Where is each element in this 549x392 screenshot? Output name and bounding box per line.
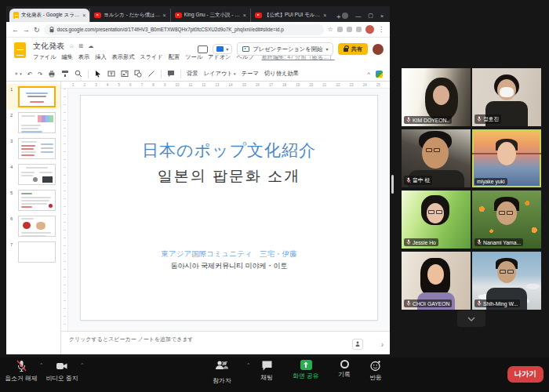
slide-thumbnail-6[interactable]: 6 (6, 213, 60, 239)
chat-button[interactable]: 채팅 (253, 360, 281, 382)
menu-insert[interactable]: 挿入 (95, 53, 106, 61)
insert-shape-icon[interactable] (134, 70, 142, 78)
insert-image-icon[interactable] (121, 70, 129, 78)
minimize-button[interactable]: — (355, 13, 361, 19)
reactions-smiley-icon (370, 360, 381, 372)
participant-tile-shih-ming[interactable]: Shih-Ming W... (472, 252, 541, 310)
accessibility-button[interactable] (352, 339, 363, 350)
close-window-button[interactable]: × (380, 13, 384, 19)
caret-down-icon: ▾ (234, 71, 236, 76)
print-icon[interactable] (48, 70, 56, 78)
menu-format[interactable]: 表示形式 (112, 53, 135, 61)
move-folder-icon[interactable]: ⊞ (78, 43, 83, 49)
tab-search-icon[interactable] (342, 13, 348, 19)
zoom-icon[interactable] (75, 70, 82, 78)
stop-video-button[interactable]: 비디오 중지 ^ (44, 360, 80, 383)
tab-youtube-1[interactable]: ヨルシカ - だから僕は音楽を辞めた… × (89, 9, 169, 22)
participant-tile-miyake-yuki-active-speaker[interactable]: miyake yuki (472, 129, 541, 187)
slide-thumbnail-1[interactable]: 1 (6, 84, 60, 110)
start-presentation-button[interactable]: プレゼンテーションを開始 ▾ (237, 42, 333, 56)
horizontal-ruler: 1234567891011121314151617181920212223242… (61, 82, 390, 89)
star-document-icon[interactable]: ☆ (69, 43, 74, 49)
reload-icon[interactable]: ↻ (34, 26, 40, 34)
expand-chevron-icon[interactable]: › (381, 340, 384, 349)
more-participants-button[interactable] (457, 310, 485, 327)
menu-edit[interactable]: 編集 (61, 53, 72, 61)
reactions-button[interactable]: 반응 (362, 360, 389, 382)
select-cursor-icon[interactable] (94, 70, 102, 78)
panel-resize-handle[interactable] (391, 175, 394, 194)
extension-icon[interactable] (347, 27, 352, 32)
maximize-button[interactable]: ▢ (368, 13, 373, 19)
transition-button[interactable]: 切り替え効果 (264, 70, 299, 78)
menu-file[interactable]: ファイル (33, 53, 56, 61)
browser-menu-icon[interactable]: ⋮ (378, 26, 384, 33)
document-title[interactable]: 文化発表 (33, 41, 64, 52)
tab-youtube-3[interactable]: 【公式】PUI PUI モルカー 第1話… × (250, 9, 330, 22)
undo-icon[interactable]: ↶ (27, 71, 32, 78)
close-tab-icon[interactable]: × (243, 13, 246, 18)
account-avatar[interactable] (373, 44, 384, 55)
caret-down-icon[interactable]: ▾ (325, 46, 328, 52)
new-slide-button[interactable]: ＋ ▾ (13, 70, 22, 78)
slide-thumbnail-4[interactable]: 4 (6, 162, 60, 187)
meet-present-button[interactable]: ▾ (213, 44, 232, 54)
slide-thumbnail-5[interactable]: 5 (6, 187, 60, 213)
participant-tile-nanami[interactable]: Nanami Yama... (472, 191, 541, 249)
speaker-notes[interactable]: クリックするとスピーカー ノートを追加できます › (61, 331, 390, 354)
participant-tile-jeong-hojin[interactable]: 정호진 (472, 68, 541, 126)
participant-tile-kim-doyeon[interactable]: KIM DOYEON.. (402, 68, 471, 126)
close-tab-icon[interactable]: × (163, 13, 166, 18)
textbox-icon[interactable] (107, 70, 115, 78)
current-slide[interactable]: 日本のポップ文化紹介 일본의 팝문화 소개 東アジア国際コミュニティ 三宅・伊藤… (80, 95, 378, 321)
menu-view[interactable]: 表示 (78, 53, 89, 61)
slides-app-icon[interactable] (14, 42, 26, 58)
record-button[interactable]: 기록 (333, 360, 356, 379)
back-icon[interactable]: ← (12, 26, 19, 34)
tab-youtube-2[interactable]: King Gnu - 三文小説 - YouTube × (170, 9, 250, 22)
extension-icon[interactable] (356, 27, 362, 32)
slide-thumbnail-7[interactable]: 7 (6, 239, 60, 265)
cast-icon[interactable] (198, 45, 208, 53)
address-bar: ← → ↻ docs.google.com/presentation/d/1T4… (6, 22, 390, 38)
insert-comment-icon[interactable] (167, 70, 175, 78)
participant-tile-choi-gayeon[interactable]: CHOI GAYEON (402, 252, 471, 310)
close-tab-icon[interactable]: × (82, 13, 85, 18)
bookmark-star-icon[interactable]: ☆ (328, 26, 333, 33)
slide-thumbnail-2[interactable]: 2 (6, 110, 60, 136)
muted-mic-icon (406, 177, 411, 183)
slide-title-block[interactable]: 日本のポップ文化紹介 일본의 팝문화 소개 (81, 140, 377, 187)
menu-arrange[interactable]: 配置 (169, 53, 180, 61)
share-button[interactable]: 共有 (338, 43, 368, 55)
forward-icon[interactable]: → (23, 26, 30, 34)
collapse-toolbar-icon[interactable]: ^ (367, 71, 370, 78)
leave-meeting-button[interactable]: 나가기 (507, 366, 544, 383)
caret-up-icon[interactable]: ^ (40, 362, 42, 367)
explore-icon[interactable] (376, 71, 383, 78)
participant-tile-hatanaka[interactable]: 畠中 柾 (402, 129, 471, 187)
tab-slides[interactable]: 文化発表 - Google スライド × (9, 9, 89, 22)
paint-format-icon[interactable] (61, 70, 69, 78)
extension-icon[interactable] (337, 27, 343, 32)
slide-subtitle-block[interactable]: 東アジア国際コミュニティ 三宅・伊藤 동아시아 국제커뮤니티 미야케・이토 (81, 249, 377, 271)
youtube-favicon-icon (94, 13, 101, 18)
caret-up-icon[interactable]: ^ (81, 362, 83, 367)
participants-button[interactable]: 17 참가자 ^ (202, 360, 242, 385)
participant-tile-jessie-ho[interactable]: Jessie Ho (402, 191, 471, 249)
theme-button[interactable]: テーマ (242, 70, 259, 78)
slide-canvas[interactable]: 日本のポップ文化紹介 일본의 팝문화 소개 東アジア国際コミュニティ 三宅・伊藤… (61, 89, 390, 331)
new-tab-button[interactable]: ＋ (335, 12, 342, 22)
url-field[interactable]: docs.google.com/presentation/d/1T4fHV3_B… (44, 24, 324, 35)
caret-up-icon[interactable]: ^ (247, 362, 249, 367)
menu-slide[interactable]: スライド (140, 53, 162, 61)
ruler-tick: 4 (107, 83, 109, 87)
insert-line-icon[interactable] (147, 70, 155, 78)
slide-thumbnail-3[interactable]: 3 (6, 136, 60, 162)
redo-icon[interactable]: ↷ (38, 71, 42, 78)
background-button[interactable]: 背景 (187, 70, 198, 78)
profile-avatar[interactable] (365, 25, 374, 34)
unmute-button[interactable]: 음소거 해제 ^ (3, 360, 39, 383)
close-tab-icon[interactable]: × (323, 13, 326, 18)
share-screen-button[interactable]: 화면 공유 (287, 360, 325, 380)
layout-button[interactable]: レイアウト ▾ (204, 70, 236, 78)
